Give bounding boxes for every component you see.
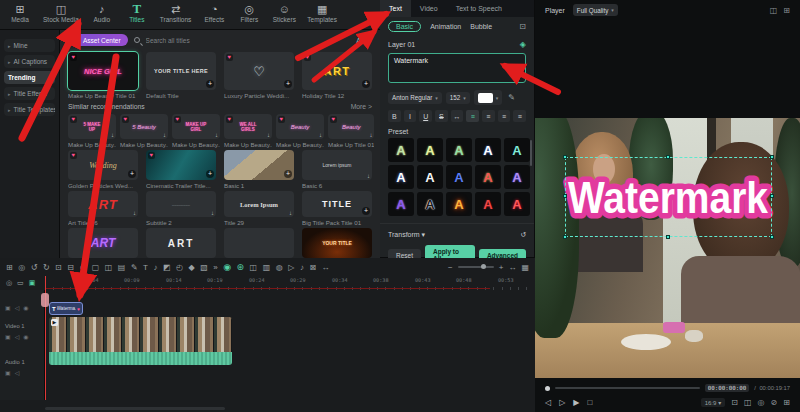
play-clip-icon[interactable]: ▷ <box>288 263 294 272</box>
tab-effects[interactable]: ◔Effects <box>202 3 226 23</box>
title-card-subtitle-2[interactable]: ––––––––↓Subtitle 2 <box>146 191 216 226</box>
preset-style-3[interactable]: A <box>446 138 472 162</box>
timeline-zoom-slider[interactable] <box>458 266 494 268</box>
title-card-art-purple[interactable]: ART <box>68 228 138 258</box>
media-browser-icon[interactable]: ⊞ <box>6 263 13 272</box>
next-frame-icon[interactable]: ▷ <box>559 398 565 407</box>
more-tools-icon[interactable]: » <box>213 263 217 272</box>
preset-style-11[interactable]: A <box>388 192 414 216</box>
magnet-snap-icon[interactable]: ◎ <box>18 263 25 272</box>
edit-in-preview-icon[interactable]: ⊡ <box>731 398 738 407</box>
tab-templates[interactable]: ▦Templates <box>307 3 337 23</box>
sidebar-item-mine[interactable]: ▸Mine <box>4 39 55 52</box>
preset-style-2[interactable]: A <box>417 138 443 162</box>
timeline-scrollbar[interactable] <box>45 407 225 410</box>
manage-tracks-icon[interactable]: ◎ <box>6 279 12 287</box>
tab-text-to-speech[interactable]: Text to Speech <box>447 0 511 17</box>
reset-transform-icon[interactable]: ↺ <box>520 231 526 239</box>
title-card-cinematic-trailer[interactable]: ♥+Cinematic Trailer Title... <box>146 150 216 189</box>
watermark-text-clip[interactable]: T Waterma... ♥ <box>49 302 83 315</box>
stop-icon[interactable]: □ <box>587 398 592 407</box>
favorite-heart-icon[interactable]: ♥ <box>77 306 80 312</box>
italic-button[interactable]: I <box>404 110 417 122</box>
previous-frame-icon[interactable]: ◁ <box>545 398 551 407</box>
snapshot-icon[interactable]: ◎ <box>758 398 765 407</box>
download-icon[interactable]: ↓ <box>111 132 114 138</box>
title-card-default[interactable]: YOUR TITLE HERE+ Default Title <box>146 52 216 99</box>
resize-handle-se[interactable] <box>770 235 774 239</box>
add-track-icon[interactable]: ▣ <box>29 279 36 287</box>
download-icon[interactable]: ↓ <box>211 210 214 216</box>
fullscreen-icon[interactable]: ⊞ <box>783 398 790 407</box>
more-link[interactable]: More > <box>351 103 372 110</box>
favorite-heart-icon[interactable]: ♥ <box>226 116 233 123</box>
preset-style-8[interactable]: A <box>446 165 472 189</box>
sidebar-item-ai-captions[interactable]: ▸AI Captions <box>4 55 55 68</box>
favorite-heart-icon[interactable]: ♥ <box>330 116 337 123</box>
timeline-clip-area[interactable]: T Waterma... ♥ ▶ <box>45 290 535 400</box>
subtab-animation[interactable]: Animation <box>430 23 461 30</box>
favorite-heart-icon[interactable]: ♥ <box>70 54 77 61</box>
audio-mixer-icon[interactable]: ♪ <box>300 263 304 272</box>
lock-track-icon[interactable]: ▣ <box>5 304 11 311</box>
align-right-button[interactable]: ≡ <box>498 110 511 122</box>
resize-handle-nw[interactable] <box>563 155 567 159</box>
favorite-heart-icon[interactable]: ♥ <box>278 116 285 123</box>
filter-all-button[interactable]: All⇅ <box>356 36 372 44</box>
motion-tracking-icon[interactable]: ⊛ <box>237 262 245 272</box>
underline-button[interactable]: U <box>419 110 432 122</box>
effects-shelf-icon[interactable]: ▥ <box>263 263 271 272</box>
track-manager-icon[interactable]: ▦ <box>521 263 529 272</box>
hide-track-icon[interactable]: ◉ <box>23 333 28 340</box>
resize-handle-n[interactable] <box>666 155 670 159</box>
preset-style-6[interactable]: A <box>388 165 414 189</box>
tab-media[interactable]: ⊞Media <box>8 3 32 23</box>
title-card-art-white[interactable]: ART <box>146 228 216 258</box>
favorite-heart-icon[interactable]: ♥ <box>122 116 129 123</box>
mute-icon[interactable]: ⊘ <box>771 398 778 407</box>
add-to-timeline-icon[interactable]: + <box>284 170 292 178</box>
text-tool-icon[interactable]: T <box>143 263 148 272</box>
play-icon[interactable]: ▶ <box>573 398 579 407</box>
font-size-dropdown[interactable]: 152▾ <box>446 92 470 104</box>
favorite-heart-icon[interactable]: ♥ <box>174 116 181 123</box>
font-family-dropdown[interactable]: Anton Regular▾ <box>388 92 442 104</box>
redo-icon[interactable]: ↻ <box>43 263 50 272</box>
title-card-small-5[interactable]: Beauty♥↓Make Up Beauty... <box>276 114 324 148</box>
aspect-ratio-dropdown[interactable]: 16:9▾ <box>701 398 726 407</box>
preset-style-14[interactable]: A <box>475 192 501 216</box>
title-card-small-6[interactable]: Beauty♥↓Make Up Title 01 <box>328 114 374 148</box>
preset-style-1[interactable]: A <box>388 138 414 162</box>
resize-handle-e[interactable] <box>770 194 774 198</box>
video-clip[interactable]: ▶ <box>49 317 232 352</box>
subtab-basic[interactable]: Basic <box>388 21 421 32</box>
tab-filters[interactable]: ◎Filters <box>237 3 261 23</box>
delete-icon[interactable]: ⊟ <box>67 263 74 272</box>
download-icon[interactable]: ↓ <box>369 132 372 138</box>
hide-track-icon[interactable]: ◉ <box>23 304 28 311</box>
tab-text[interactable]: Text <box>380 0 411 17</box>
add-to-timeline-icon[interactable]: + <box>206 80 214 88</box>
sidebar-item-title-effects[interactable]: ▸Title Effects <box>4 87 55 100</box>
title-card-small-2[interactable]: 5 Beauty♥↓Make Up Beauty... <box>120 114 168 148</box>
letter-spacing-button[interactable]: ↔ <box>451 110 464 122</box>
add-to-timeline-icon[interactable]: + <box>362 207 370 215</box>
preset-style-10[interactable]: A <box>504 165 530 189</box>
layout-icon[interactable]: ⊞ <box>783 6 790 15</box>
scrubber-track[interactable] <box>555 387 700 389</box>
download-icon[interactable]: ↓ <box>319 132 322 138</box>
keyframe-panel-icon[interactable]: ▤ <box>118 263 126 272</box>
title-card-big-title-pack[interactable]: TITLE+Big Title Pack Title 01 <box>302 191 372 226</box>
lock-track-icon[interactable]: ▣ <box>5 369 11 376</box>
tab-video[interactable]: Video <box>411 0 447 17</box>
download-icon[interactable]: ↓ <box>367 173 370 179</box>
resize-handle-s[interactable] <box>666 235 670 239</box>
playhead-handle[interactable] <box>41 293 49 307</box>
strikethrough-button[interactable]: S <box>435 110 448 122</box>
fit-timeline-icon[interactable]: ↔ <box>322 263 330 272</box>
title-card-title-29[interactable]: Lorem Ipsum↓Title 29 <box>224 191 294 226</box>
favorite-heart-icon[interactable]: ♥ <box>70 152 77 159</box>
preset-style-12[interactable]: A <box>417 192 443 216</box>
download-icon[interactable]: ↓ <box>289 210 292 216</box>
mute-track-icon[interactable]: ◁ <box>15 369 20 376</box>
